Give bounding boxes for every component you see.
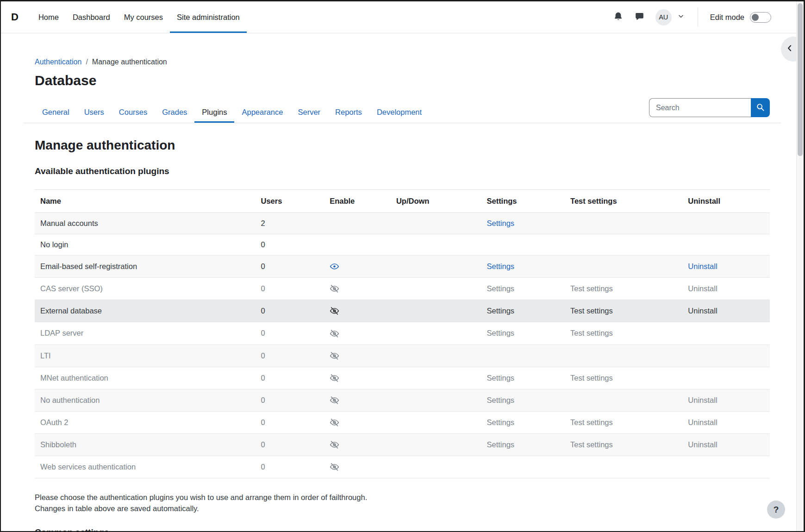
tab-reports[interactable]: Reports: [328, 102, 369, 123]
eye-slash-icon[interactable]: [330, 418, 339, 427]
updown-cell: [391, 434, 481, 456]
tab-development[interactable]: Development: [369, 102, 429, 123]
plugin-name: Web services authentication: [35, 456, 256, 478]
eye-slash-icon[interactable]: [330, 284, 339, 294]
enable-cell: [324, 300, 391, 322]
nav-item-my-courses[interactable]: My courses: [117, 1, 170, 33]
tab-appearance[interactable]: Appearance: [234, 102, 290, 123]
test-settings-link[interactable]: Test settings: [570, 329, 613, 337]
uninstall-link[interactable]: Uninstall: [688, 396, 717, 404]
tab-courses[interactable]: Courses: [112, 102, 155, 123]
search-button[interactable]: [751, 98, 770, 117]
uninstall-link[interactable]: Uninstall: [688, 284, 717, 293]
settings-link[interactable]: Settings: [487, 396, 514, 404]
tab-server[interactable]: Server: [290, 102, 328, 123]
breadcrumb-link-authentication[interactable]: Authentication: [35, 58, 81, 66]
column-header-users: Users: [256, 190, 324, 213]
user-menu-toggle[interactable]: [677, 13, 685, 22]
test-settings-link[interactable]: Test settings: [570, 374, 613, 382]
column-header-test-settings: Test settings: [565, 190, 682, 213]
common-settings-heading: Common settings: [35, 527, 770, 532]
user-avatar[interactable]: AU: [655, 9, 672, 25]
settings-cell: [481, 234, 565, 256]
uninstall-link[interactable]: Uninstall: [688, 418, 717, 426]
tab-grades[interactable]: Grades: [155, 102, 194, 123]
table-row: No login0: [35, 234, 770, 256]
search-box: [649, 98, 770, 117]
eye-slash-icon[interactable]: [330, 351, 339, 361]
notifications-button[interactable]: [610, 9, 627, 25]
scrollbar-thumb[interactable]: [798, 3, 803, 156]
test-settings-link[interactable]: Test settings: [570, 284, 613, 293]
test-settings-link[interactable]: Test settings: [570, 307, 613, 315]
test-settings-link[interactable]: Test settings: [570, 440, 613, 449]
uninstall-link[interactable]: Uninstall: [688, 262, 717, 270]
page-scrollbar[interactable]: [796, 1, 804, 531]
updown-cell: [391, 234, 481, 256]
settings-cell: [481, 456, 565, 478]
uninstall-cell: Uninstall: [682, 300, 770, 322]
test-settings-cell: Test settings: [565, 411, 682, 433]
nav-item-site-administration[interactable]: Site administration: [170, 1, 247, 33]
table-row: OAuth 20SettingsTest settingsUninstall: [35, 411, 770, 433]
table-row: Manual accounts2Settings: [35, 213, 770, 234]
settings-cell: Settings: [481, 213, 565, 234]
test-settings-link[interactable]: Test settings: [570, 418, 613, 426]
uninstall-cell: [682, 213, 770, 234]
uninstall-link[interactable]: Uninstall: [688, 440, 717, 449]
eye-slash-icon[interactable]: [330, 306, 339, 316]
enable-cell: [324, 256, 391, 278]
eye-slash-icon[interactable]: [330, 440, 339, 450]
updown-cell: [391, 456, 481, 478]
settings-link[interactable]: Settings: [487, 374, 514, 382]
messages-button[interactable]: [631, 9, 648, 25]
settings-cell: Settings: [481, 256, 565, 278]
tab-plugins[interactable]: Plugins: [194, 102, 234, 123]
users-count: 0: [256, 434, 324, 456]
settings-link[interactable]: Settings: [487, 418, 514, 426]
updown-cell: [391, 344, 481, 367]
settings-cell: Settings: [481, 322, 565, 344]
uninstall-link[interactable]: Uninstall: [688, 307, 717, 315]
column-header-name: Name: [35, 190, 256, 213]
site-logo[interactable]: D: [11, 1, 19, 33]
tab-general[interactable]: General: [35, 102, 77, 123]
eye-slash-icon[interactable]: [330, 329, 339, 338]
chat-bubble-icon: [635, 12, 644, 23]
settings-link[interactable]: Settings: [487, 262, 514, 270]
navbar-right: AU Edit mode: [610, 1, 795, 33]
users-count: 0: [256, 256, 324, 278]
settings-link[interactable]: Settings: [487, 284, 514, 293]
eye-slash-icon[interactable]: [330, 462, 339, 472]
enable-cell: [324, 389, 391, 411]
updown-cell: [391, 389, 481, 411]
footnote-line-2: Changes in table above are saved automat…: [35, 504, 199, 513]
search-input[interactable]: [649, 98, 751, 117]
eye-slash-icon[interactable]: [330, 373, 339, 383]
uninstall-cell: [682, 344, 770, 367]
test-settings-cell: [565, 234, 682, 256]
enable-cell: [324, 411, 391, 433]
breadcrumb-separator: /: [81, 58, 92, 66]
plugin-name: No authentication: [35, 389, 256, 411]
updown-cell: [391, 213, 481, 234]
table-row: External database0SettingsTest settingsU…: [35, 300, 770, 322]
settings-link[interactable]: Settings: [487, 219, 514, 227]
settings-link[interactable]: Settings: [487, 307, 514, 315]
users-count: 2: [256, 213, 324, 234]
eye-icon[interactable]: [330, 262, 339, 271]
nav-item-dashboard[interactable]: Dashboard: [66, 1, 117, 33]
nav-item-home[interactable]: Home: [31, 1, 66, 33]
table-row: LDAP server0SettingsTest settings: [35, 322, 770, 344]
plugin-name: CAS server (SSO): [35, 278, 256, 300]
table-row: Shibboleth0SettingsTest settingsUninstal…: [35, 434, 770, 456]
plugin-name: MNet authentication: [35, 367, 256, 389]
test-settings-cell: Test settings: [565, 367, 682, 389]
edit-mode-toggle[interactable]: [750, 12, 771, 23]
tab-users[interactable]: Users: [77, 102, 112, 123]
settings-link[interactable]: Settings: [487, 329, 514, 337]
eye-slash-icon[interactable]: [330, 395, 339, 405]
settings-link[interactable]: Settings: [487, 440, 514, 449]
help-button[interactable]: ?: [767, 501, 785, 519]
users-count: 0: [256, 300, 324, 322]
